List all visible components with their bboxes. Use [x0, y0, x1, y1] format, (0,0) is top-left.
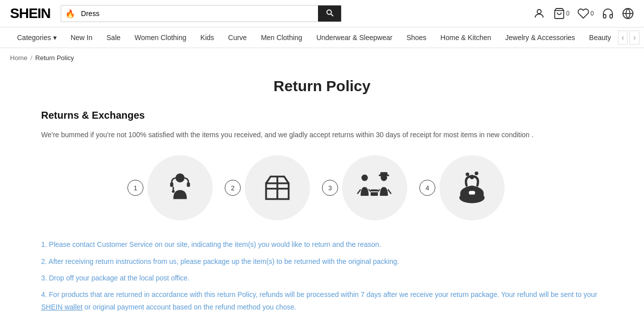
- instruction-2-text: 2. After receiving return instructions f…: [41, 257, 399, 265]
- nav-jewelry[interactable]: Jewelry & Accessories: [498, 28, 582, 48]
- step-circle-3: [342, 155, 407, 220]
- user-icon[interactable]: [533, 8, 545, 20]
- svg-rect-20: [371, 190, 378, 196]
- main-content: Return Policy Returns & Exchanges We're …: [21, 68, 623, 317]
- instruction-4: 4. For products that are returned in acc…: [41, 288, 603, 313]
- nav-curve[interactable]: Curve: [221, 28, 254, 48]
- nav-prev-arrow[interactable]: ‹: [618, 31, 627, 45]
- instruction-3: 3. Drop off your package at the local po…: [41, 272, 603, 284]
- header-icons: 0 0: [533, 8, 634, 20]
- step-circle-1: [147, 155, 213, 220]
- wishlist-count: 0: [590, 10, 594, 17]
- instruction-4-text: 4. For products that are returned in acc…: [41, 290, 597, 298]
- step-number-1: 1: [127, 180, 143, 196]
- step-2: 2: [225, 155, 322, 220]
- instruction-4-suffix: or original payment account based on the…: [82, 303, 296, 311]
- svg-point-4: [176, 174, 185, 183]
- svg-point-25: [474, 172, 478, 175]
- svg-rect-5: [170, 183, 173, 187]
- svg-line-13: [358, 190, 361, 194]
- nav-new-in[interactable]: New In: [64, 28, 100, 48]
- headset-icon[interactable]: [602, 8, 614, 20]
- step-4: 4: [419, 155, 517, 220]
- steps-row: 1: [41, 155, 603, 220]
- step-number-2: 2: [225, 180, 241, 196]
- nav-underwear[interactable]: Underwear & Sleepwear: [309, 28, 400, 48]
- cart-icon[interactable]: 0: [553, 8, 570, 20]
- instruction-1-text: 1. Please contact Customer Service on ou…: [41, 240, 381, 248]
- svg-point-8: [172, 190, 175, 193]
- svg-point-24: [465, 173, 469, 176]
- nav-shoes[interactable]: Shoes: [399, 28, 433, 48]
- handoff-icon: [357, 170, 393, 206]
- box-icon: [259, 170, 295, 206]
- svg-line-19: [388, 190, 391, 194]
- svg-point-12: [362, 175, 368, 181]
- nav-women-clothing[interactable]: Women Clothing: [127, 28, 193, 48]
- nav-categories[interactable]: Categories ▾: [10, 28, 64, 48]
- navigation: Categories ▾ New In Sale Women Clothing …: [0, 28, 644, 48]
- section-title: Returns & Exchanges: [41, 110, 603, 121]
- svg-rect-17: [380, 172, 387, 175]
- nav-sale[interactable]: Sale: [99, 28, 127, 48]
- breadcrumb-current: Return Policy: [35, 54, 74, 62]
- step-circle-4: [439, 155, 505, 220]
- page-title: Return Policy: [41, 78, 603, 95]
- cart-count: 0: [566, 10, 570, 17]
- wishlist-icon[interactable]: 0: [577, 8, 594, 20]
- svg-point-0: [537, 10, 541, 14]
- svg-rect-26: [469, 191, 475, 195]
- instructions: 1. Please contact Customer Service on ou…: [41, 238, 603, 313]
- nav-men-clothing[interactable]: Men Clothing: [254, 28, 309, 48]
- breadcrumb: Home / Return Policy: [0, 48, 644, 68]
- nav-home-kitchen[interactable]: Home & Kitchen: [433, 28, 498, 48]
- globe-icon[interactable]: [622, 8, 634, 20]
- nav-arrows: ‹ ›: [618, 31, 639, 45]
- svg-rect-6: [187, 183, 190, 187]
- nav-beauty[interactable]: Beauty: [582, 28, 618, 48]
- intro-text: We're bummed if you're not 100% satisfie…: [41, 129, 603, 140]
- header: SHEIN 🔥 0 0: [0, 0, 644, 28]
- fire-icon: 🔥: [61, 6, 79, 22]
- shein-wallet-link[interactable]: SHEIN wallet: [41, 303, 82, 311]
- search-input[interactable]: [79, 6, 318, 22]
- refund-icon: [454, 170, 490, 206]
- step-number-3: 3: [322, 180, 338, 196]
- breadcrumb-home[interactable]: Home: [10, 54, 28, 62]
- support-icon: [162, 170, 198, 206]
- step-3: 3: [322, 155, 419, 220]
- instruction-2: 2. After receiving return instructions f…: [41, 255, 603, 268]
- svg-point-23: [470, 175, 474, 179]
- nav-kids[interactable]: Kids: [194, 28, 221, 48]
- logo[interactable]: SHEIN: [10, 6, 51, 22]
- instruction-3-text: 3. Drop off your package at the local po…: [41, 274, 190, 282]
- nav-next-arrow[interactable]: ›: [629, 31, 639, 45]
- step-1: 1: [127, 155, 225, 220]
- step-number-4: 4: [419, 180, 435, 196]
- search-button[interactable]: [318, 6, 341, 22]
- instruction-1: 1. Please contact Customer Service on ou…: [41, 238, 603, 251]
- search-bar: 🔥: [61, 5, 342, 22]
- breadcrumb-separator: /: [31, 54, 33, 62]
- step-circle-2: [245, 155, 310, 220]
